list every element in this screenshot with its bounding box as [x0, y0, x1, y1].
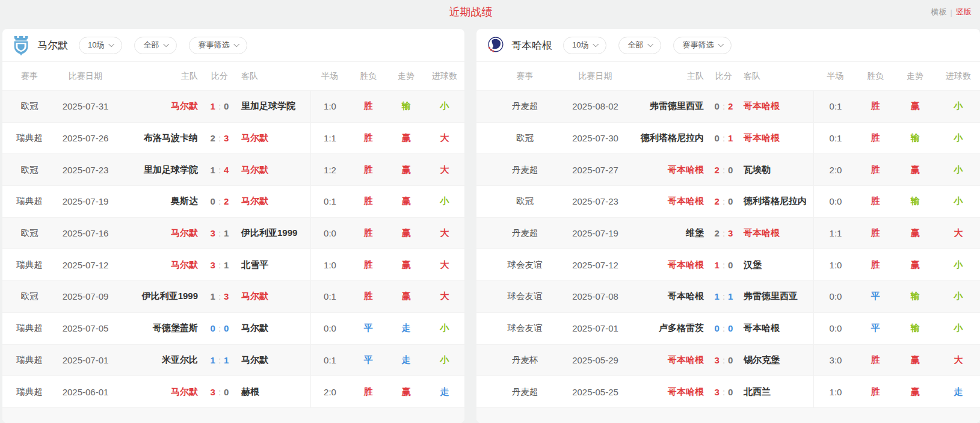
match-row[interactable]: 瑞典超2025-07-12马尔默3:1北雪平1:0胜赢大: [2, 249, 464, 280]
venue-dropdown[interactable]: 全部: [618, 37, 661, 54]
match-row[interactable]: 丹麦杯2025-05-29哥本哈根3:0锡尔克堡3:0胜赢大: [476, 344, 980, 376]
table-header: 赛事 比赛日期 主队 比分 客队 半场 胜负 走势 进球数: [476, 62, 980, 90]
col-header-trend: 走势: [893, 62, 937, 90]
toggle-divider: |: [951, 8, 952, 17]
home-score: 1: [211, 291, 215, 301]
away-score: 1: [728, 133, 733, 143]
away-score: 4: [224, 165, 229, 175]
score: 0:2: [202, 186, 237, 217]
score-colon: :: [218, 196, 221, 206]
result-label: 胜: [349, 281, 387, 312]
competition-label: 瑞典超: [2, 186, 57, 217]
match-row[interactable]: 球会友谊2025-07-08哥本哈根1:1弗雷德里西亚0:0平输小: [476, 280, 980, 312]
home-team-name: 哥本哈根: [627, 281, 708, 312]
col-header-competition: 赛事: [2, 62, 57, 90]
match-row[interactable]: 丹麦超2025-08-02弗雷德里西亚0:2哥本哈根0:1胜赢小: [476, 90, 980, 122]
layout-horizontal-link[interactable]: 横板: [931, 7, 947, 17]
match-row[interactable]: 丹麦超2025-07-27哥本哈根2:0瓦埃勒2:0胜赢小: [476, 153, 980, 185]
score-colon: :: [723, 165, 725, 175]
match-row[interactable]: 丹麦超2025-05-25哥本哈根3:0北西兰1:0胜赢走: [476, 375, 980, 407]
match-row[interactable]: 欧冠2025-07-30德利塔格尼拉内0:1哥本哈根0:1胜输小: [476, 122, 980, 154]
away-score: 1: [224, 355, 229, 365]
score-colon: :: [218, 165, 221, 175]
goals-ou-label: 小: [937, 123, 980, 154]
match-row[interactable]: 瑞典超2025-07-19奥斯达0:2马尔默0:1胜赢小: [2, 185, 464, 217]
handicap-trend-label: 赢: [893, 91, 937, 122]
away-team-name: 伊比利亚1999: [237, 218, 310, 249]
match-count-dropdown[interactable]: 10场: [79, 37, 122, 54]
col-header-result: 胜负: [857, 62, 893, 90]
match-row[interactable]: 球会友谊2025-07-01卢多格雷茨0:0哥本哈根0:0平输小: [476, 312, 980, 344]
score-colon: :: [723, 355, 725, 365]
result-label: 胜: [349, 376, 387, 407]
away-team-name: 马尔默: [237, 313, 310, 344]
match-row[interactable]: 瑞典超2025-07-05哥德堡盖斯0:0马尔默0:0平走小: [2, 312, 464, 344]
match-row[interactable]: 欧冠2025-07-09伊比利亚19991:3马尔默0:1胜赢大: [2, 280, 464, 312]
competition-label: 欧冠: [2, 154, 57, 185]
competition-label: 瑞典超: [2, 249, 57, 280]
match-date: 2025-07-23: [564, 186, 627, 217]
score: 3:0: [708, 345, 739, 376]
away-score: 0: [728, 387, 733, 397]
halftime-score: 0:0: [813, 313, 857, 344]
competition-label: 球会友谊: [476, 249, 564, 280]
match-row[interactable]: 球会友谊2025-07-12哥本哈根1:0汉堡1:0胜赢小: [476, 249, 980, 280]
match-row[interactable]: 欧冠2025-07-31马尔默1:0里加足球学院1:0胜输小: [2, 90, 464, 122]
goals-ou-label: 小: [937, 249, 980, 280]
chevron-down-icon: [718, 41, 724, 47]
home-score: 1: [715, 291, 720, 301]
goals-ou-label: 大: [425, 154, 464, 185]
competition-filter-dropdown[interactable]: 赛事筛选: [189, 37, 247, 54]
away-team-name: 哥本哈根: [739, 313, 813, 344]
match-row[interactable]: 欧冠2025-07-16马尔默3:1伊比利亚19990:0胜赢大: [2, 217, 464, 249]
away-team-name: 马尔默: [237, 345, 310, 376]
away-team-name: 弗雷德里西亚: [739, 281, 813, 312]
home-score: 0: [715, 101, 720, 111]
score: 3:0: [202, 376, 237, 407]
col-header-away: 客队: [739, 62, 813, 90]
away-score: 1: [728, 291, 733, 301]
home-score: 2: [715, 165, 720, 175]
halftime-score: 1:0: [813, 376, 857, 407]
layout-vertical-link[interactable]: 竖版: [956, 7, 972, 17]
home-score: 1: [211, 355, 215, 365]
match-row[interactable]: 欧冠2025-07-23里加足球学院1:4马尔默1:2胜赢大: [2, 153, 464, 185]
handicap-trend-label: 赢: [387, 249, 425, 280]
halftime-score: 0:1: [310, 345, 349, 376]
away-score: 3: [224, 133, 229, 143]
score: 1:1: [202, 345, 237, 376]
away-team-name: 北西兰: [739, 376, 813, 407]
handicap-trend-label: 输: [893, 123, 937, 154]
match-row[interactable]: 瑞典超2025-07-26布洛马波卡纳2:3马尔默1:1胜赢大: [2, 122, 464, 154]
goals-ou-label: 小: [937, 186, 980, 217]
match-date: 2025-07-12: [57, 249, 114, 280]
panel-header: 马尔默 10场 全部 赛事筛选: [2, 29, 464, 62]
away-score: 2: [728, 101, 733, 111]
home-score: 3: [715, 355, 720, 365]
match-row[interactable]: 瑞典超2025-06-01马尔默3:0赫根2:0胜赢走: [2, 375, 464, 407]
result-label: 平: [349, 345, 387, 376]
score: 0:0: [202, 313, 237, 344]
venue-dropdown[interactable]: 全部: [134, 37, 177, 54]
handicap-trend-label: 输: [893, 186, 937, 217]
match-row[interactable]: 丹麦超2025-07-19维堡2:3哥本哈根1:1胜赢大: [476, 217, 980, 249]
result-label: 胜: [857, 154, 893, 185]
match-row[interactable]: 瑞典超2025-07-01米亚尔比1:1马尔默0:1平走小: [2, 344, 464, 376]
competition-label: 丹麦杯: [476, 345, 564, 376]
home-score: 0: [211, 196, 215, 206]
handicap-trend-label: 赢: [387, 376, 425, 407]
match-count-dropdown[interactable]: 10场: [563, 37, 606, 54]
match-row[interactable]: 欧冠2025-07-23哥本哈根2:0德利塔格尼拉内0:0胜输小: [476, 185, 980, 217]
score: 2:0: [708, 186, 739, 217]
score-colon: :: [218, 260, 221, 270]
home-team-name: 哥本哈根: [627, 376, 708, 407]
competition-filter-dropdown[interactable]: 赛事筛选: [673, 37, 732, 54]
competition-label: 丹麦超: [476, 91, 564, 122]
handicap-trend-label: 赢: [893, 345, 937, 376]
home-score: 3: [211, 260, 215, 270]
home-score: 1: [211, 101, 215, 111]
halftime-score: 0:0: [310, 218, 349, 249]
away-score: 0: [728, 196, 733, 206]
away-team-name: 汉堡: [739, 249, 813, 280]
match-date: 2025-07-19: [564, 218, 627, 249]
